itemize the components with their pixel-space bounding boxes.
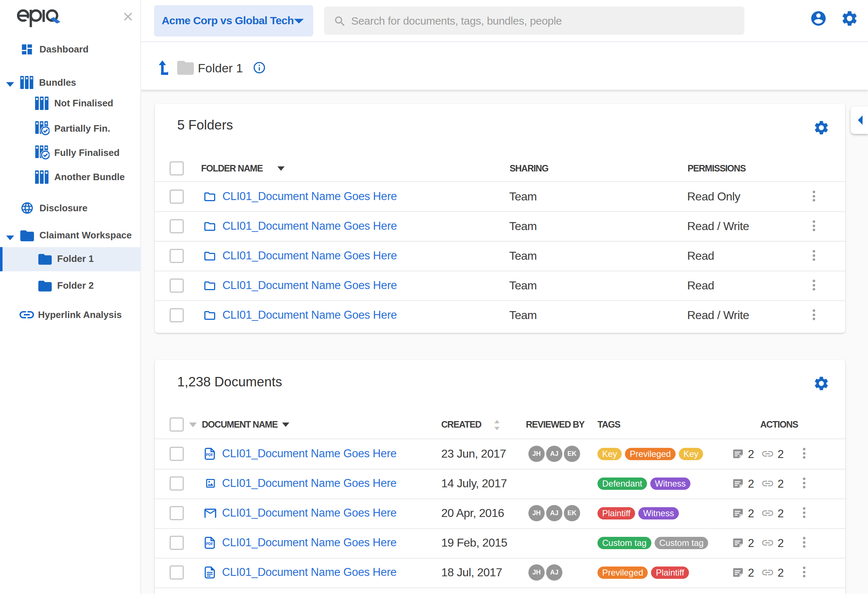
svg-text:PDF: PDF: [206, 453, 213, 457]
svg-text:PDF: PDF: [206, 542, 213, 546]
